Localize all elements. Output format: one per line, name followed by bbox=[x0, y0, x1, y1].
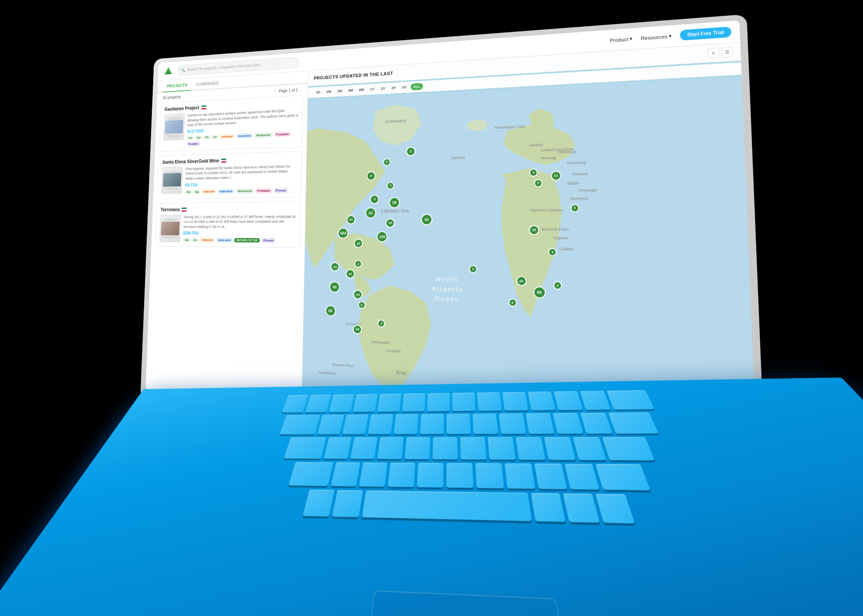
key[interactable] bbox=[595, 494, 635, 524]
key[interactable] bbox=[302, 490, 334, 516]
tab-projects[interactable]: PROJECTS bbox=[163, 79, 192, 92]
ticker-fr[interactable]: FR.TSX bbox=[185, 181, 297, 187]
cluster-32[interactable]: 32 bbox=[529, 225, 539, 235]
cluster-5e[interactable]: 5 bbox=[570, 204, 580, 212]
project-card-santaelena[interactable]: Santa Elena SilverGold Mine bbox=[157, 151, 302, 199]
key[interactable] bbox=[331, 462, 360, 487]
key[interactable] bbox=[477, 392, 502, 411]
prev-page-arrow[interactable]: ‹ bbox=[275, 89, 277, 93]
tag-measured-2[interactable]: Measured bbox=[236, 188, 254, 194]
key[interactable] bbox=[608, 412, 658, 434]
filter-control-button[interactable]: ≡ bbox=[708, 48, 720, 59]
cluster-86[interactable]: 86 bbox=[533, 286, 545, 299]
time-filter-1d[interactable]: 1D bbox=[313, 89, 322, 96]
tag-probable-1[interactable]: Probable bbox=[274, 131, 291, 137]
map-background[interactable]: North Atlantic Ocean Greenland Labrador … bbox=[302, 43, 756, 437]
key[interactable] bbox=[377, 437, 403, 459]
cluster-20[interactable]: 20 bbox=[516, 276, 526, 286]
key[interactable] bbox=[488, 437, 516, 459]
key[interactable] bbox=[402, 393, 425, 412]
key[interactable] bbox=[394, 414, 418, 434]
tag-probable-2[interactable]: Probable bbox=[255, 188, 272, 193]
key[interactable] bbox=[573, 437, 607, 460]
key[interactable] bbox=[447, 463, 473, 488]
start-trial-button[interactable]: Start Free Trial bbox=[680, 26, 732, 41]
cluster-30[interactable]: 30 bbox=[353, 324, 362, 334]
key[interactable] bbox=[417, 463, 444, 487]
touchpad[interactable] bbox=[364, 591, 572, 616]
time-filter-6m[interactable]: 6M bbox=[357, 86, 367, 93]
cluster-52[interactable]: 52 bbox=[421, 214, 432, 225]
key[interactable] bbox=[432, 437, 458, 459]
time-filter-2y[interactable]: 2Y bbox=[378, 85, 388, 92]
key[interactable] bbox=[420, 414, 444, 434]
list-control-button[interactable]: ☰ bbox=[721, 47, 733, 58]
key[interactable] bbox=[602, 437, 655, 460]
key[interactable] bbox=[329, 394, 354, 412]
key[interactable] bbox=[359, 462, 387, 487]
tag-proven-1[interactable]: Proven bbox=[186, 141, 200, 147]
key[interactable] bbox=[284, 437, 327, 459]
key[interactable] bbox=[580, 413, 613, 434]
time-filter-1m[interactable]: 1M bbox=[335, 88, 345, 94]
cluster-5c[interactable]: 5 bbox=[469, 265, 477, 273]
tag-proven-2[interactable]: Proven bbox=[274, 188, 289, 193]
cluster-8[interactable]: 8 bbox=[508, 299, 517, 307]
key[interactable] bbox=[452, 393, 476, 411]
key[interactable] bbox=[607, 390, 654, 410]
key[interactable] bbox=[350, 437, 378, 459]
key[interactable] bbox=[544, 437, 576, 460]
time-filter-1w[interactable]: 1W bbox=[324, 88, 334, 95]
time-filter-3m[interactable]: 3M bbox=[346, 87, 356, 94]
key[interactable] bbox=[305, 395, 331, 412]
resources-nav[interactable]: Resources ▾ bbox=[641, 33, 672, 41]
key[interactable] bbox=[317, 415, 344, 434]
key[interactable] bbox=[342, 415, 368, 434]
key[interactable] bbox=[476, 463, 504, 488]
project-card-gavilanes[interactable]: Gavilanes Project bbox=[159, 95, 303, 151]
cluster-106[interactable]: 106 bbox=[377, 231, 387, 242]
key[interactable] bbox=[368, 415, 393, 434]
cluster-3c[interactable]: 3 bbox=[378, 319, 385, 327]
key[interactable] bbox=[526, 413, 554, 434]
key[interactable] bbox=[353, 394, 378, 412]
tag-inferred-2[interactable]: Inferred bbox=[202, 189, 217, 194]
key[interactable] bbox=[553, 413, 583, 434]
key[interactable] bbox=[427, 393, 450, 411]
key[interactable] bbox=[564, 464, 599, 490]
product-nav[interactable]: Product ▾ bbox=[610, 36, 633, 43]
tag-inferred-1[interactable]: Inferred bbox=[220, 134, 235, 139]
key[interactable] bbox=[531, 493, 566, 522]
key[interactable] bbox=[528, 392, 555, 411]
key[interactable] bbox=[563, 493, 600, 523]
time-filter-all[interactable]: ALL bbox=[410, 83, 423, 90]
cluster-5b[interactable]: 5 bbox=[358, 301, 365, 309]
tag-indicated-3[interactable]: Indicated bbox=[216, 238, 233, 243]
key[interactable] bbox=[580, 391, 611, 410]
time-filter-1y[interactable]: 1Y bbox=[368, 86, 377, 93]
key[interactable] bbox=[447, 414, 471, 434]
tag-indicated-2[interactable]: Indicated bbox=[217, 189, 235, 194]
key[interactable] bbox=[282, 395, 308, 413]
key[interactable] bbox=[289, 462, 334, 486]
cluster-10[interactable]: 10 bbox=[386, 218, 395, 228]
key[interactable] bbox=[377, 394, 401, 412]
key[interactable] bbox=[504, 463, 535, 489]
key[interactable] bbox=[595, 464, 650, 490]
key[interactable] bbox=[534, 464, 567, 489]
cluster-3d[interactable]: 3 bbox=[548, 248, 557, 256]
next-page-arrow[interactable]: › bbox=[300, 88, 302, 92]
key[interactable] bbox=[554, 391, 583, 410]
tag-measured-1[interactable]: Measured bbox=[254, 132, 273, 138]
tag-inferred-3[interactable]: Inferred bbox=[200, 238, 215, 243]
tag-return-to-top[interactable]: RETURN TO TOP bbox=[234, 238, 260, 243]
key[interactable] bbox=[516, 437, 545, 460]
key[interactable] bbox=[405, 437, 430, 459]
key[interactable] bbox=[499, 413, 526, 434]
spacebar-key[interactable] bbox=[362, 490, 532, 521]
key[interactable] bbox=[387, 462, 415, 487]
time-filter-3y[interactable]: 3Y bbox=[389, 85, 398, 92]
key[interactable] bbox=[332, 490, 363, 517]
key[interactable] bbox=[280, 415, 320, 434]
key[interactable] bbox=[324, 437, 352, 459]
